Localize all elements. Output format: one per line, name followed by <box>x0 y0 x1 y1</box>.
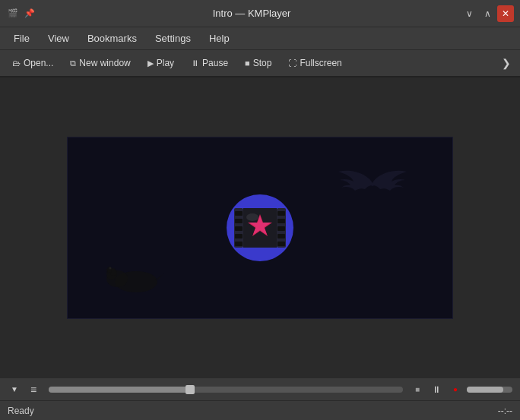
progress-bar[interactable] <box>49 387 403 393</box>
stop-small-button[interactable] <box>412 384 423 395</box>
app-icon-pin: 📌 <box>23 7 36 21</box>
play-button[interactable]: ▶ Play <box>140 55 182 71</box>
stop-icon: ■ <box>245 58 250 68</box>
record-button[interactable] <box>450 384 461 395</box>
stop-label: Stop <box>253 58 272 68</box>
minimize-button[interactable]: ∨ <box>461 5 477 22</box>
fullscreen-label: Fullscreen <box>300 58 341 68</box>
menu-view[interactable]: View <box>40 30 77 47</box>
fullscreen-icon: ⛶ <box>288 58 296 68</box>
svg-rect-20 <box>277 234 285 238</box>
status-text: Ready <box>8 406 34 416</box>
svg-rect-14 <box>235 234 243 238</box>
svg-rect-17 <box>277 211 285 216</box>
pause-label: Pause <box>202 58 228 68</box>
volume-bar[interactable] <box>467 387 512 393</box>
pause-button[interactable]: ⏸ Pause <box>183 55 236 71</box>
new-window-label: New window <box>79 58 130 68</box>
svg-rect-18 <box>277 219 285 223</box>
svg-rect-19 <box>277 226 285 231</box>
svg-point-5 <box>109 267 112 269</box>
open-button[interactable]: 🗁 Open... <box>5 55 61 71</box>
video-frame <box>67 137 453 319</box>
title-bar: 🎬 📌 Intro — KMPlayer ∨ ∧ ✕ <box>0 0 520 27</box>
progress-thumb[interactable] <box>185 385 195 394</box>
svg-rect-11 <box>235 211 243 216</box>
menu-bookmarks[interactable]: Bookmarks <box>80 30 144 47</box>
toolbar: 🗁 Open... ⧉ New window ▶ Play ⏸ Pause ■ … <box>0 50 520 77</box>
menu-bar: File View Bookmarks Settings Help <box>0 27 520 50</box>
menu-file[interactable]: File <box>6 30 37 47</box>
dropdown-button[interactable] <box>8 384 21 395</box>
bat-silhouette <box>338 160 407 206</box>
window-title: Intro — KMPlayer <box>43 8 461 19</box>
menu-settings[interactable]: Settings <box>147 30 198 47</box>
stop-button[interactable]: ■ Stop <box>237 55 279 71</box>
svg-rect-13 <box>235 226 243 231</box>
volume-fill <box>467 387 503 393</box>
play-label: Play <box>157 58 174 68</box>
app-icon-film: 🎬 <box>6 7 20 21</box>
open-icon: 🗁 <box>12 58 21 68</box>
new-window-button[interactable]: ⧉ New window <box>62 55 138 71</box>
video-container[interactable] <box>0 77 520 377</box>
rat-silhouette <box>106 257 166 295</box>
window-controls: ∨ ∧ ✕ <box>461 5 514 22</box>
menu-help[interactable]: Help <box>201 30 237 47</box>
toolbar-more-button[interactable]: ❯ <box>497 54 515 72</box>
time-display: --:-- <box>498 406 512 416</box>
bottom-controls <box>0 377 520 400</box>
playlist-button[interactable] <box>27 382 40 397</box>
status-bar: Ready --:-- <box>0 400 520 420</box>
pause-icon: ⏸ <box>191 58 199 68</box>
pause-small-button[interactable] <box>429 383 444 396</box>
svg-rect-15 <box>235 242 243 246</box>
play-icon: ▶ <box>147 58 154 68</box>
new-window-icon: ⧉ <box>70 58 76 68</box>
progress-fill <box>49 387 190 393</box>
svg-point-25 <box>246 213 258 221</box>
maximize-button[interactable]: ∧ <box>479 5 496 22</box>
open-label: Open... <box>24 58 53 68</box>
svg-rect-12 <box>235 219 243 223</box>
svg-rect-21 <box>277 242 285 246</box>
fullscreen-button[interactable]: ⛶ Fullscreen <box>281 55 349 71</box>
close-button[interactable]: ✕ <box>497 5 514 22</box>
title-icons: 🎬 📌 <box>6 7 36 21</box>
kmplayer-logo <box>224 191 296 264</box>
